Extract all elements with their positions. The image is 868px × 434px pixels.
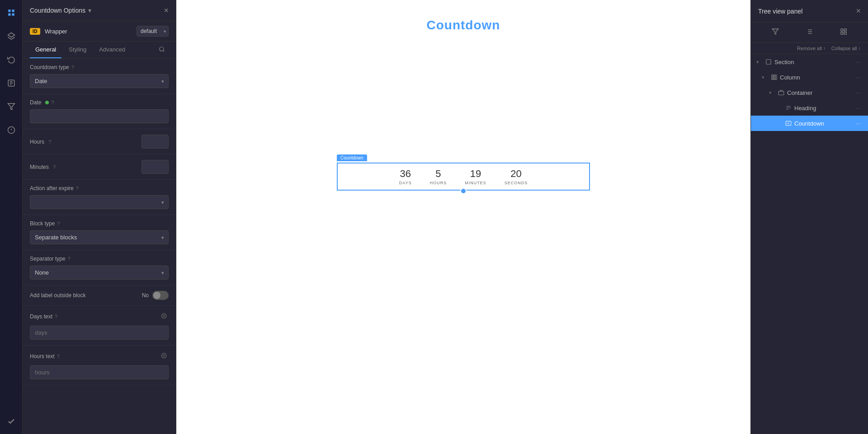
action-expire-select[interactable] bbox=[30, 195, 169, 209]
tree-item-container[interactable]: ▾ Container ··· bbox=[751, 85, 868, 100]
section-expand-icon: ▾ bbox=[756, 59, 763, 65]
tree-list-icon[interactable] bbox=[802, 26, 816, 39]
svg-rect-26 bbox=[841, 32, 843, 34]
label-outside-toggle[interactable] bbox=[152, 291, 169, 300]
countdown-resize-handle[interactable] bbox=[460, 188, 467, 194]
tree-item-section[interactable]: ▾ Section ··· bbox=[751, 54, 868, 70]
tree-panel: Tree view panel × Remove all ↑ Collapse … bbox=[750, 0, 868, 434]
tree-item-countdown-label: Countdown bbox=[794, 120, 851, 127]
options-title-text: Countdown Options bbox=[30, 7, 85, 14]
minutes-help-icon[interactable]: ? bbox=[53, 164, 56, 170]
svg-point-16 bbox=[163, 355, 165, 356]
hours-text-settings-icon[interactable] bbox=[159, 351, 169, 362]
minutes-input[interactable]: 0 bbox=[142, 160, 169, 174]
toggle-label-outside: Add label outside block bbox=[30, 292, 85, 299]
hours-help-icon[interactable]: ? bbox=[48, 139, 51, 145]
hours-text-input[interactable] bbox=[30, 365, 169, 379]
countdown-box: 36 DAYS 5 HOURS 19 MINUTES 20 SECONDS bbox=[337, 163, 590, 191]
action-expire-select-wrapper bbox=[30, 195, 169, 209]
tree-toolbar bbox=[751, 23, 868, 43]
column-more-icon[interactable]: ··· bbox=[854, 73, 863, 82]
toggle-row-label-outside: Add label outside block No bbox=[30, 291, 169, 300]
check-icon[interactable] bbox=[4, 414, 19, 429]
canvas-area: Countdown Countdown 36 DAYS 5 HOURS 19 M… bbox=[176, 0, 750, 434]
title-chevron-icon[interactable]: ▾ bbox=[88, 7, 91, 14]
grid-icon[interactable] bbox=[4, 5, 19, 20]
info-icon[interactable] bbox=[4, 123, 19, 137]
section-more-icon[interactable]: ··· bbox=[854, 57, 863, 66]
field-label-block-type: Block type ? bbox=[30, 220, 169, 227]
countdown-days-label: DAYS bbox=[399, 181, 412, 185]
heading-more-icon[interactable]: ··· bbox=[854, 103, 863, 112]
tab-general[interactable]: General bbox=[30, 42, 61, 58]
tree-filter-icon[interactable] bbox=[768, 26, 783, 39]
layers-icon[interactable] bbox=[4, 29, 19, 43]
field-group-days-text: Days text ? bbox=[23, 306, 176, 345]
collapse-all-button[interactable]: Collapse all ↑ bbox=[831, 46, 861, 51]
svg-marker-9 bbox=[8, 103, 14, 110]
field-label-separator-type: Separator type ? bbox=[30, 256, 169, 262]
countdown-unit-days: 36 DAYS bbox=[399, 168, 412, 185]
countdown-unit-minutes: 19 MINUTES bbox=[465, 168, 486, 185]
separator-type-select[interactable]: None Colon Dash bbox=[30, 266, 169, 280]
wrapper-row: ID Wrapper default bbox=[23, 21, 176, 42]
hours-text-help-icon[interactable]: ? bbox=[57, 354, 60, 359]
field-label-action-expire: Action after expire ? bbox=[30, 185, 169, 191]
days-text-settings-icon[interactable] bbox=[159, 311, 169, 322]
field-group-block-type: Block type ? Separate blocks Single bloc… bbox=[23, 215, 176, 250]
block-type-select[interactable]: Separate blocks Single block bbox=[30, 230, 169, 244]
page-icon[interactable] bbox=[4, 76, 19, 90]
countdown-widget[interactable]: Countdown 36 DAYS 5 HOURS 19 MINUTES 20 … bbox=[337, 163, 590, 191]
date-input[interactable]: 2023-03-25 bbox=[30, 109, 169, 123]
svg-marker-4 bbox=[8, 33, 14, 37]
countdown-page-title: Countdown bbox=[176, 0, 750, 33]
tree-actions: Remove all ↑ Collapse all ↑ bbox=[751, 43, 868, 54]
tab-advanced[interactable]: Advanced bbox=[94, 42, 131, 58]
action-expire-help-icon[interactable]: ? bbox=[76, 186, 79, 191]
block-type-help-icon[interactable]: ? bbox=[57, 221, 60, 226]
date-help-icon[interactable]: ? bbox=[51, 100, 54, 105]
countdown-type-select[interactable]: Date Time bbox=[30, 74, 169, 88]
field-group-action-expire: Action after expire ? bbox=[23, 180, 176, 215]
wrapper-select[interactable]: default bbox=[137, 26, 169, 37]
tab-search-button[interactable] bbox=[155, 42, 169, 57]
countdown-days-number: 36 bbox=[399, 168, 412, 180]
svg-rect-3 bbox=[12, 14, 14, 16]
countdown-label-badge: Countdown bbox=[337, 154, 367, 161]
tree-item-section-label: Section bbox=[774, 59, 851, 65]
options-panel: Countdown Options ▾ × ID Wrapper default… bbox=[23, 0, 176, 434]
countdown-tree-icon bbox=[785, 120, 792, 126]
wrapper-label: Wrapper bbox=[45, 28, 132, 35]
svg-marker-17 bbox=[772, 29, 778, 34]
svg-rect-29 bbox=[772, 75, 773, 80]
countdown-more-icon[interactable]: ··· bbox=[854, 119, 863, 128]
wrapper-select-wrapper: default bbox=[137, 26, 169, 37]
field-group-minutes: Minutes ? 0 bbox=[23, 154, 176, 180]
field-label-countdown-type: Countdown type ? bbox=[30, 64, 169, 70]
countdown-seconds-label: SECONDS bbox=[505, 181, 528, 185]
tree-item-heading[interactable]: Heading ··· bbox=[751, 100, 868, 116]
countdown-type-help-icon[interactable]: ? bbox=[71, 65, 74, 70]
container-more-icon[interactable]: ··· bbox=[854, 88, 863, 97]
hours-input[interactable]: 0 bbox=[142, 135, 169, 149]
options-close-button[interactable]: × bbox=[164, 6, 169, 14]
field-label-date: Date ? bbox=[30, 99, 169, 106]
days-text-input[interactable] bbox=[30, 326, 169, 340]
remove-all-button[interactable]: Remove all ↑ bbox=[797, 46, 826, 51]
tree-item-countdown[interactable]: Countdown ··· bbox=[751, 116, 868, 131]
heading-icon bbox=[785, 105, 792, 111]
separator-type-help-icon[interactable]: ? bbox=[68, 256, 71, 261]
tree-panel-title: Tree view panel bbox=[758, 8, 802, 15]
tree-grid-icon[interactable] bbox=[836, 26, 851, 39]
panel-content: Countdown type ? Date Time Date ? 2023-0… bbox=[23, 59, 176, 434]
filter-icon[interactable] bbox=[4, 99, 19, 114]
field-group-hours: Hours ? 0 bbox=[23, 129, 176, 154]
days-text-help-icon[interactable]: ? bbox=[55, 314, 57, 319]
countdown-unit-seconds: 20 SECONDS bbox=[505, 168, 528, 185]
tabs-row: General Styling Advanced bbox=[23, 42, 176, 59]
tree-close-button[interactable]: × bbox=[856, 6, 861, 16]
history-icon[interactable] bbox=[4, 52, 19, 67]
tree-item-column[interactable]: ▾ Column ··· bbox=[751, 70, 868, 85]
tree-item-column-label: Column bbox=[780, 74, 851, 81]
tab-styling[interactable]: Styling bbox=[63, 42, 92, 58]
